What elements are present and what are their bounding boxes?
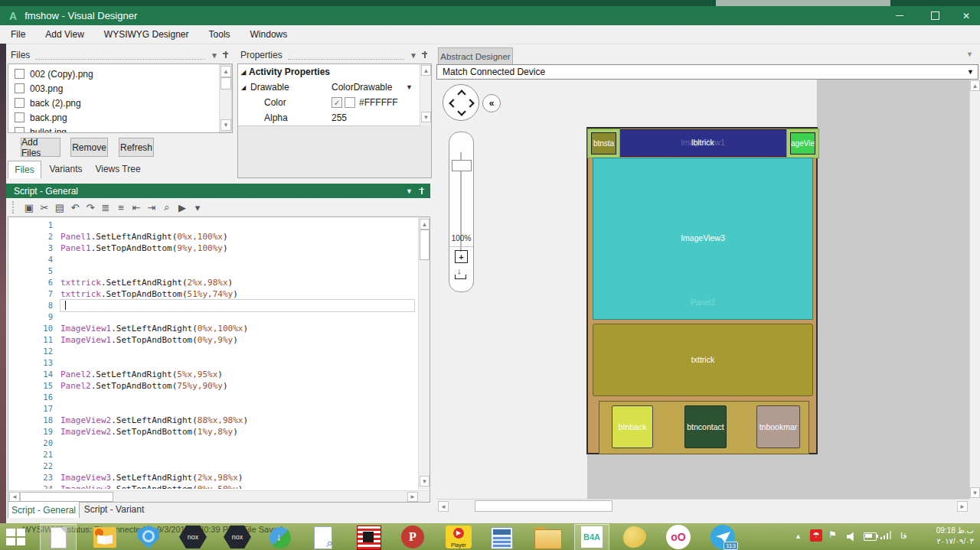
code-line[interactable]: 8 — [8, 300, 419, 311]
refresh-button[interactable]: Refresh — [119, 138, 154, 157]
file-checkbox[interactable] — [15, 69, 24, 79]
file-checkbox[interactable] — [15, 83, 24, 93]
code-line[interactable]: 13 — [8, 357, 419, 369]
outdent-icon[interactable]: ⇤ — [129, 202, 144, 213]
color-row[interactable]: Color ✓ #FFFFFF — [238, 95, 420, 111]
load-layout-icon[interactable]: ↓ — [455, 268, 466, 279]
file-explorer-icon[interactable] — [534, 527, 560, 548]
cut-icon[interactable]: ✂ — [37, 202, 52, 213]
expander-icon[interactable]: ◢ — [238, 84, 249, 91]
code-line[interactable]: 5 — [8, 265, 419, 277]
title-bar[interactable]: A fmshow - Visual Designer — [0, 6, 980, 25]
file-checkbox[interactable] — [15, 127, 24, 133]
alpha-row[interactable]: Alpha 255 — [238, 110, 420, 126]
network-signal-icon[interactable] — [880, 530, 894, 539]
code-line[interactable]: 24 ImageView3.SetTopAndBottom(0%y,50%y) — [8, 483, 419, 489]
power-battery-icon[interactable] — [864, 532, 877, 541]
tab-script-general[interactable]: Script - General — [8, 501, 80, 518]
language-indicator[interactable]: فا — [900, 531, 907, 541]
properties-panel-collapse-icon[interactable]: ▼ — [410, 51, 417, 60]
tab-script-variant[interactable]: Script - Variant — [81, 501, 147, 517]
oo-app-icon[interactable]: oO — [666, 525, 691, 549]
codec-grid-icon[interactable] — [357, 526, 381, 550]
tray-hidden-icons-chevron[interactable]: ▲ — [795, 532, 802, 540]
code-line[interactable]: 9 — [8, 311, 419, 323]
view-imageview1[interactable]: ImageView1 lbltrick — [589, 129, 817, 157]
paste-icon[interactable]: ▤ — [52, 202, 67, 213]
code-line[interactable]: 21 — [8, 449, 419, 461]
code-line[interactable]: 20 — [8, 438, 419, 449]
script-editor[interactable]: 1 2 Panel1.SetLeftAndRight(0%x,100%x) 3 … — [8, 216, 430, 503]
menu-item[interactable]: File — [11, 29, 25, 40]
code-line[interactable]: 23 ImageView3.SetLeftAndRight(2%x,98%x) — [8, 472, 419, 483]
code-line[interactable]: 14 Panel2.SetLeftAndRight(5%x,95%x) — [8, 369, 419, 380]
add-files-button[interactable]: Add Files — [21, 138, 60, 157]
view-btnsta[interactable]: btnsta — [591, 132, 616, 155]
code-line[interactable]: 17 — [8, 403, 419, 415]
color-swatch[interactable] — [345, 97, 355, 108]
file-list-item[interactable]: 003.png — [8, 81, 232, 96]
avira-tray-icon[interactable]: ☂ — [810, 529, 822, 542]
activity-properties-group[interactable]: ◢ Activity Properties — [238, 64, 420, 80]
remove-button[interactable]: Remove — [70, 138, 108, 157]
designer-hscrollbar[interactable]: ◄ ► — [436, 499, 969, 512]
code-line[interactable]: 18 ImageView2.SetLeftAndRight(88%x,98%x) — [8, 415, 419, 426]
pan-down-icon[interactable] — [457, 107, 466, 116]
color-value[interactable]: #FFFFFF — [359, 97, 398, 108]
drawable-value[interactable]: ColorDrawable — [332, 82, 392, 93]
maximize-button[interactable] — [917, 6, 952, 25]
device-selector[interactable]: Match Connected Device ▼ — [436, 64, 978, 80]
device-selector-dropdown-icon[interactable]: ▼ — [967, 68, 974, 76]
pan-dpad[interactable] — [443, 84, 479, 121]
uncomment-icon[interactable]: ≡ — [113, 202, 129, 213]
fit-to-screen-icon[interactable]: + — [455, 250, 468, 263]
code-area[interactable]: 1 2 Panel1.SetLeftAndRight(0%x,100%x) 3 … — [8, 220, 419, 489]
code-line[interactable]: 12 — [8, 346, 419, 357]
tab-abstract-designer[interactable]: Abstract Designer — [438, 47, 513, 65]
phone-layout-panel1[interactable]: ImageView1 lbltrick btnsta ageVie ImageV… — [586, 127, 818, 454]
pan-left-icon[interactable] — [449, 99, 457, 107]
view-btnback[interactable]: btnback — [612, 405, 653, 448]
menu-item[interactable]: Windows — [250, 29, 288, 40]
file-list-item[interactable]: back.png — [8, 110, 232, 125]
code-line[interactable]: 2 Panel1.SetLeftAndRight(0%x,100%x) — [8, 231, 419, 242]
search-document-icon[interactable]: ⌕ — [314, 526, 332, 549]
view-btncontact[interactable]: btncontact — [684, 405, 727, 448]
color-checkbox[interactable]: ✓ — [332, 97, 342, 108]
run-icon[interactable]: ▶ — [175, 202, 190, 213]
files-list-scrollbar[interactable]: ▲ ▼ — [219, 64, 232, 132]
code-line[interactable]: 16 — [8, 392, 419, 403]
tabstrip-overflow-icon[interactable]: ▼ — [966, 50, 973, 58]
undo-icon[interactable]: ↶ — [67, 202, 83, 213]
find-icon[interactable]: ⌕ — [159, 201, 175, 213]
view-lbltrick[interactable]: lbltrick — [590, 138, 816, 147]
view-txttrick[interactable]: txttrick — [593, 324, 813, 396]
comment-icon[interactable]: ≣ — [98, 202, 113, 213]
files-panel-collapse-icon[interactable]: ▼ — [211, 51, 218, 60]
files-list[interactable]: 002 (Copy).png 003.png back (2).png back… — [8, 63, 233, 133]
alpha-value[interactable]: 255 — [332, 112, 347, 123]
indent-icon[interactable]: ⇥ — [144, 202, 159, 213]
code-line[interactable]: 10 ImageView1.SetLeftAndRight(0%x,100%x) — [8, 323, 419, 334]
action-center-flag-icon[interactable]: ⚑ — [828, 529, 837, 540]
code-line[interactable]: 11 ImageView1.SetTopAndBottom(0%y,9%y) — [8, 334, 419, 346]
editor-vscrollbar[interactable]: ▲ ▼ — [418, 217, 430, 490]
view-imageview2-selection[interactable]: ageVie — [786, 129, 819, 158]
reader-app-icon[interactable] — [93, 527, 116, 548]
code-line[interactable]: 22 — [8, 461, 419, 472]
code-line[interactable]: 19 ImageView2.SetTopAndBottom(1%y,8%y) — [8, 426, 419, 438]
redo-icon[interactable]: ↷ — [83, 202, 98, 213]
idm-icon[interactable]: ↓ — [270, 527, 291, 548]
properties-scrollbar[interactable]: ▲ ▼ — [420, 64, 431, 125]
minimize-button[interactable] — [882, 6, 917, 25]
tray-clock[interactable]: 09:18 ب.ظ ۲۰۱۷/۰۹/۰۳ — [917, 526, 974, 547]
editor-hscrollbar[interactable]: ◄ ► — [8, 490, 430, 502]
files-panel-pin-icon[interactable] — [223, 51, 228, 59]
close-button[interactable]: ✕ — [952, 6, 980, 25]
tab-variants[interactable]: Variants — [44, 161, 87, 177]
code-line[interactable]: 4 — [8, 254, 419, 265]
collapse-controls-button[interactable]: « — [482, 94, 501, 112]
script-panel-pin-icon[interactable] — [419, 187, 424, 195]
file-checkbox[interactable] — [15, 112, 24, 122]
more-icon[interactable]: ▾ — [190, 202, 205, 213]
